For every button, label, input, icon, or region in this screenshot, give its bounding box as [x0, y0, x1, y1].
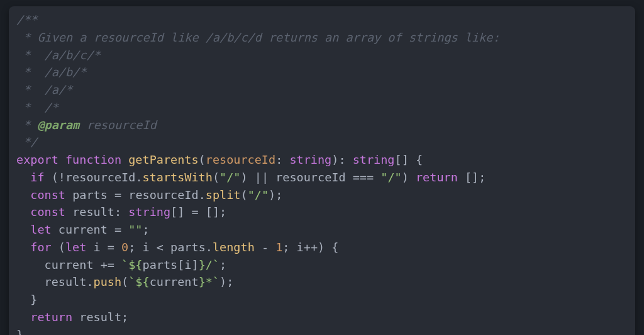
punct: ;	[143, 223, 150, 236]
template-string: `${	[121, 258, 142, 271]
punct: ;	[282, 241, 296, 254]
ident: parts[i]	[143, 258, 199, 271]
ident: result	[79, 310, 121, 324]
ident: parts	[170, 241, 206, 254]
punct: (	[199, 153, 206, 166]
type: string	[289, 153, 331, 166]
keyword-function: function	[65, 153, 121, 166]
punct: );	[219, 275, 233, 288]
punct: <	[157, 241, 170, 254]
template-string: }/`	[199, 258, 219, 271]
punct: .	[135, 171, 142, 184]
punct: .	[86, 275, 93, 288]
punct: (	[58, 241, 65, 254]
type: string	[353, 153, 395, 166]
ident: result	[45, 275, 87, 288]
punct: ++) {	[304, 241, 339, 254]
comment-line: * /a/*	[16, 83, 72, 96]
punct: (	[213, 171, 219, 184]
ident: current	[150, 275, 199, 288]
method: push	[94, 275, 122, 288]
string: "/"	[248, 188, 269, 202]
type: string	[128, 205, 170, 219]
punct: );	[269, 188, 282, 202]
punct: =	[108, 241, 121, 254]
ident: i	[297, 241, 304, 254]
code-content: /** * Given a resourceId like /a/b/c/d r…	[16, 13, 500, 335]
method: startsWith	[143, 171, 213, 184]
punct: (	[121, 275, 128, 288]
punct: ) ||	[240, 171, 275, 184]
keyword-const: const	[30, 188, 65, 202]
ident: resourceId	[275, 171, 345, 184]
keyword-const: const	[30, 205, 65, 219]
template-string: }*`	[199, 275, 219, 288]
punct: ):	[331, 153, 352, 166]
punct: :	[275, 153, 289, 166]
number: 0	[121, 241, 128, 254]
function-name: getParents	[128, 153, 198, 166]
ident: parts	[72, 188, 108, 202]
comment-line: * /a/b/c/*	[16, 48, 101, 62]
ident: resourceId	[128, 188, 198, 202]
ident: i	[94, 241, 101, 254]
keyword-let: let	[30, 223, 51, 236]
string: ""	[128, 223, 142, 236]
comment-line: * /a/b/*	[16, 65, 86, 79]
property: length	[213, 241, 255, 254]
punct: .	[199, 188, 206, 202]
string: "/"	[380, 171, 401, 184]
ident: i	[143, 241, 150, 254]
punct: )	[402, 171, 416, 184]
punct: .	[206, 241, 213, 254]
punct: [] {	[395, 153, 423, 166]
punct: (!	[52, 171, 65, 184]
punct: ===	[346, 171, 381, 184]
keyword-for: for	[30, 241, 51, 254]
comment-line: */	[16, 135, 37, 149]
keyword-return: return	[416, 171, 458, 184]
template-string: `${	[128, 275, 149, 288]
punct: }	[16, 328, 23, 336]
punct: }	[30, 293, 37, 306]
ident: resourceId	[65, 171, 135, 184]
ident: result	[72, 205, 114, 219]
punct: (	[240, 188, 247, 202]
punct: ;	[219, 258, 226, 271]
keyword-let: let	[65, 241, 86, 254]
punct: +=	[101, 258, 121, 271]
ident: current	[45, 258, 94, 271]
keyword-return: return	[30, 310, 72, 324]
punct: ;	[479, 171, 486, 184]
punct: -	[262, 241, 275, 254]
number: 1	[275, 241, 282, 254]
punct: [] = [];	[170, 205, 226, 219]
punct: []	[465, 171, 479, 184]
comment-doc-prefix: *	[16, 118, 37, 132]
string: "/"	[219, 171, 240, 184]
comment-line: * Given a resourceId like /a/b/c/d retur…	[16, 31, 500, 44]
doc-param-name: resourceId	[79, 118, 157, 132]
punct: ;	[121, 310, 128, 324]
punct: ;	[128, 241, 142, 254]
punct: =	[114, 223, 128, 236]
doc-tag-param: @param	[37, 118, 79, 132]
keyword-if: if	[30, 171, 44, 184]
punct: :	[114, 205, 128, 219]
comment-line: * /*	[16, 101, 58, 114]
method: split	[206, 188, 241, 202]
param-name: resourceId	[206, 153, 275, 166]
comment-line: /**	[16, 13, 37, 26]
code-editor: /** * Given a resourceId like /a/b/c/d r…	[9, 6, 635, 335]
ident: current	[58, 223, 108, 236]
punct: =	[114, 188, 128, 202]
keyword-export: export	[16, 153, 58, 166]
